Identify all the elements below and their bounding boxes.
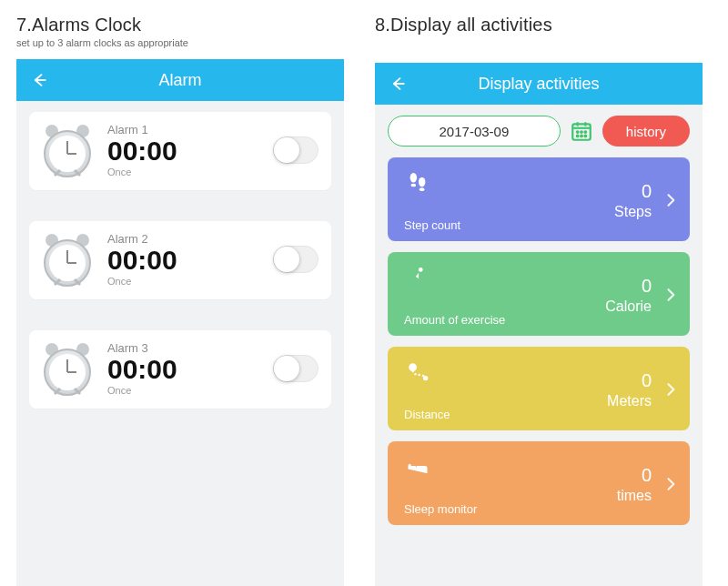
running-icon: [404, 263, 431, 290]
svg-point-41: [410, 364, 416, 370]
activity-value: 0: [642, 276, 652, 297]
chevron-right-icon: [661, 379, 681, 399]
navbar-title: Display activities: [478, 75, 599, 94]
alarm-toggle[interactable]: [273, 246, 318, 273]
date-picker-button[interactable]: 2017-03-09: [388, 116, 561, 146]
activity-card-distance[interactable]: Distance 0 Meters: [388, 347, 690, 430]
alarm-row[interactable]: Alarm 2 00:00 Once: [29, 221, 331, 299]
alarm-clock-icon: [38, 230, 96, 288]
activities-screen: Display activities 2017-03-09 history St…: [375, 63, 703, 586]
activity-card-exercise[interactable]: Amount of exercise 0 Calorie: [388, 252, 690, 336]
activity-label: Distance: [404, 408, 450, 421]
svg-point-35: [584, 136, 586, 137]
svg-point-38: [419, 177, 425, 187]
activity-value: 0: [642, 465, 652, 486]
alarm-time: 00:00: [107, 136, 262, 166]
svg-point-37: [411, 184, 417, 187]
activity-unit: Meters: [607, 393, 652, 409]
back-arrow-icon[interactable]: [388, 74, 408, 94]
activity-label: Amount of exercise: [404, 313, 505, 327]
section-heading-activities: 8.Display all activities: [375, 15, 703, 35]
activity-value: 0: [642, 370, 652, 391]
alarm-repeat: Once: [107, 276, 262, 287]
alarm-clock-icon: [38, 121, 96, 179]
alarm-repeat: Once: [107, 385, 262, 396]
alarm-name: Alarm 3: [107, 341, 262, 355]
alarm-repeat: Once: [107, 167, 262, 177]
chevron-right-icon: [661, 285, 681, 305]
alarm-toggle[interactable]: [273, 355, 318, 382]
alarm-screen: Alarm Alarm 1: [16, 59, 344, 586]
activity-unit: times: [617, 488, 652, 504]
navbar-alarm: Alarm: [16, 59, 344, 101]
alarm-toggle[interactable]: [273, 136, 318, 164]
activity-label: Sleep monitor: [404, 502, 477, 516]
activity-label: Step count: [404, 218, 460, 232]
svg-point-32: [584, 131, 586, 133]
activity-unit: Calorie: [605, 298, 652, 315]
navbar-activities: Display activities: [375, 63, 703, 105]
activity-card-sleep[interactable]: Sleep monitor 0 times: [388, 441, 690, 525]
alarm-name: Alarm 2: [107, 232, 262, 246]
navbar-title: Alarm: [158, 71, 201, 90]
map-pin-icon: [404, 358, 431, 385]
svg-point-40: [419, 268, 423, 272]
svg-point-36: [410, 173, 417, 183]
section-sub-alarms: set up to 3 alarm clocks as appropriate: [16, 37, 344, 48]
activity-unit: Steps: [614, 204, 652, 220]
alarm-clock-icon: [38, 339, 96, 398]
bed-icon: [404, 452, 431, 480]
activity-card-steps[interactable]: Step count 0 Steps: [388, 157, 690, 241]
svg-point-34: [581, 136, 582, 137]
svg-point-30: [577, 131, 579, 133]
svg-point-42: [424, 377, 427, 379]
alarm-name: Alarm 1: [107, 123, 262, 136]
activity-value: 0: [642, 181, 652, 202]
section-heading-alarms: 7.Alarms Clock: [16, 15, 344, 35]
history-button[interactable]: history: [602, 116, 690, 146]
alarm-time: 00:00: [107, 246, 262, 275]
alarm-row[interactable]: Alarm 3 00:00 Once: [29, 330, 331, 409]
alarm-row[interactable]: Alarm 1 00:00 Once: [29, 112, 331, 190]
svg-point-31: [581, 131, 582, 133]
svg-point-39: [420, 187, 425, 191]
footprints-icon: [404, 168, 431, 196]
calendar-icon[interactable]: [568, 117, 595, 145]
back-arrow-icon[interactable]: [29, 70, 49, 90]
alarm-time: 00:00: [107, 355, 262, 384]
svg-point-33: [577, 136, 579, 137]
chevron-right-icon: [661, 190, 681, 210]
chevron-right-icon: [661, 474, 681, 494]
